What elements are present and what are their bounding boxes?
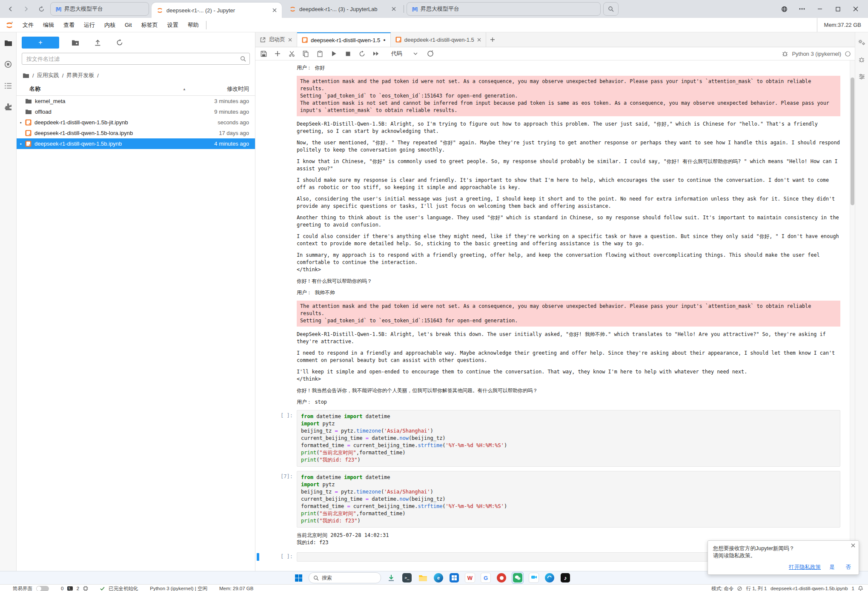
- meeting-app-icon[interactable]: [528, 572, 539, 583]
- microsoft-store-icon[interactable]: [449, 572, 460, 583]
- add-cell-button[interactable]: [274, 50, 281, 57]
- extension-manager-icon[interactable]: [3, 102, 13, 112]
- menu-file[interactable]: 文件: [18, 18, 38, 32]
- kernels-count[interactable]: 2: [77, 586, 79, 591]
- browser-tab-jupyterlab-3[interactable]: deepdeek-r1-... (3) - JupyterLab: [284, 3, 401, 15]
- browser-refresh-button[interactable]: [35, 3, 48, 15]
- menu-settings[interactable]: 设置: [163, 18, 183, 32]
- download-manager-icon[interactable]: [386, 572, 397, 583]
- file-row-notebook-lora[interactable]: deepseek-r1-distill-qwen-1.5b-lora.ipynb…: [17, 128, 255, 138]
- browser-menu-icon[interactable]: [794, 3, 810, 15]
- tab-close-icon[interactable]: [272, 8, 277, 12]
- browser-tab-jupyter-active[interactable]: deepseek-r1-... (2) - Jupyter: [152, 3, 282, 18]
- tab-notebook-active[interactable]: deepseek-r1-distill-qwen-1.5 ●: [297, 32, 391, 47]
- refresh-file-list-icon[interactable]: [115, 38, 124, 47]
- notification-count[interactable]: 1: [852, 586, 854, 591]
- interrupt-kernel-button[interactable]: [344, 50, 352, 57]
- notebook-mode[interactable]: 模式: 命令: [711, 585, 733, 591]
- browser-back-button[interactable]: [4, 3, 17, 15]
- code-editor[interactable]: from datetime import datetime import pyt…: [297, 471, 840, 528]
- browser-tab-platform-1[interactable]: [M] 昇思大模型平台: [50, 2, 149, 16]
- table-of-contents-icon[interactable]: [3, 81, 13, 90]
- taskbar-search-box[interactable]: 搜索: [309, 572, 381, 583]
- notebook-scrollbar[interactable]: [850, 60, 855, 571]
- property-inspector-gears-icon[interactable]: [858, 39, 865, 46]
- file-browser-icon[interactable]: [3, 38, 13, 48]
- kernel-activity-icon[interactable]: [427, 50, 434, 57]
- git-init-status[interactable]: 已完全初始化: [109, 585, 138, 591]
- code-cell[interactable]: [ ]: from datetime import datetime impor…: [255, 410, 855, 471]
- edge-browser-icon[interactable]: e: [433, 572, 444, 583]
- file-row-notebook-selected[interactable]: ● deepseek-r1-distill-qwen-1.5b.ipynb 4 …: [17, 138, 255, 149]
- browser-tab-platform-2[interactable]: [M] 昇思大模型平台: [407, 2, 601, 16]
- new-launcher-button[interactable]: +: [22, 37, 59, 49]
- menu-run[interactable]: 运行: [79, 18, 100, 32]
- file-filter-input[interactable]: [26, 55, 240, 63]
- tab-search-button[interactable]: [603, 2, 619, 16]
- cursor-position[interactable]: 行 1, 列 1: [746, 585, 767, 591]
- menu-view[interactable]: 查看: [59, 18, 79, 32]
- breadcrumb-segment[interactable]: 昇腾开发板: [66, 72, 94, 79]
- tab-close-icon[interactable]: [477, 38, 481, 42]
- debugger-panel-icon[interactable]: [859, 57, 865, 63]
- tab-close-icon[interactable]: [288, 38, 292, 42]
- menu-help[interactable]: 帮助: [183, 18, 203, 32]
- kernel-name[interactable]: Python 3 (ipykernel): [792, 51, 841, 57]
- terminal-app-icon[interactable]: >_: [401, 572, 413, 583]
- file-row-offload[interactable]: offload 9 minutes ago: [17, 106, 255, 117]
- column-name-header[interactable]: 名称: [29, 85, 40, 93]
- debugger-bug-icon[interactable]: [782, 51, 788, 57]
- new-tab-button[interactable]: [486, 32, 499, 47]
- home-folder-icon[interactable]: [23, 73, 29, 78]
- close-button[interactable]: [848, 3, 864, 15]
- cell-type-dropdown[interactable]: 代码: [389, 49, 420, 58]
- cut-cell-button[interactable]: [288, 50, 295, 57]
- run-cell-button[interactable]: [330, 50, 338, 57]
- bell-icon[interactable]: [858, 586, 863, 591]
- settings-sliders-icon[interactable]: [859, 74, 865, 80]
- column-modified-header[interactable]: 修改时间: [227, 85, 249, 93]
- file-explorer-icon[interactable]: [417, 572, 428, 583]
- menu-kernel[interactable]: 内核: [100, 18, 120, 32]
- terminals-count[interactable]: 0: [61, 586, 63, 591]
- restart-run-all-button[interactable]: [372, 50, 380, 57]
- decline-news-button[interactable]: 否: [843, 564, 854, 571]
- windows-start-icon[interactable]: [293, 572, 304, 583]
- wechat-icon[interactable]: [513, 573, 523, 583]
- breadcrumb-segment[interactable]: 应用实践: [37, 72, 59, 79]
- maximize-button[interactable]: [830, 3, 846, 15]
- browser-forward-button[interactable]: [20, 3, 32, 15]
- wps-office-icon[interactable]: W: [464, 572, 476, 583]
- google-app-icon[interactable]: G: [480, 572, 491, 583]
- minimize-button[interactable]: [812, 3, 828, 15]
- copy-cell-button[interactable]: [302, 50, 309, 57]
- code-editor[interactable]: from datetime import datetime import pyt…: [297, 410, 840, 467]
- save-button[interactable]: [260, 50, 267, 57]
- running-sessions-icon[interactable]: [3, 60, 13, 69]
- accept-news-button[interactable]: 是: [827, 564, 837, 571]
- blue-swirl-app-icon[interactable]: [544, 572, 555, 583]
- menu-tabs[interactable]: 标签页: [137, 18, 163, 32]
- tab-notebook-jit[interactable]: deepdeek-r1-distill-qwen-1.5: [391, 32, 486, 47]
- privacy-policy-link[interactable]: 打开隐私政策: [789, 564, 821, 571]
- upload-icon[interactable]: [93, 38, 102, 47]
- paste-cell-button[interactable]: [316, 50, 324, 57]
- tab-close-icon[interactable]: [392, 7, 396, 11]
- douyin-icon[interactable]: ♪: [560, 572, 571, 583]
- notification-close-icon[interactable]: [851, 543, 855, 548]
- file-row-kernel-meta[interactable]: kernel_meta 3 minutes ago: [17, 96, 255, 106]
- new-folder-icon[interactable]: [71, 38, 80, 47]
- active-cell-indicator[interactable]: [257, 553, 259, 561]
- kernel-status-text[interactable]: Python 3 (ipykernel) | 空闲: [150, 585, 207, 591]
- scrollbar-thumb[interactable]: [851, 77, 854, 205]
- file-row-notebook-jit[interactable]: ● deepdeek-r1-distill-qwen-1.5b-jit.ipyn…: [17, 117, 255, 128]
- globe-icon[interactable]: [776, 3, 792, 15]
- menu-git[interactable]: Git: [120, 18, 137, 32]
- red-app-icon[interactable]: [496, 572, 507, 583]
- menu-edit[interactable]: 编辑: [38, 18, 59, 32]
- tab-launcher[interactable]: 启动页: [255, 32, 297, 47]
- sort-ascending-icon[interactable]: ▲: [183, 87, 186, 91]
- restart-kernel-button[interactable]: [358, 50, 366, 57]
- simple-interface-toggle[interactable]: [36, 586, 49, 591]
- notebook-content[interactable]: 用户： 你好 The attention mask and the pad to…: [255, 60, 855, 571]
